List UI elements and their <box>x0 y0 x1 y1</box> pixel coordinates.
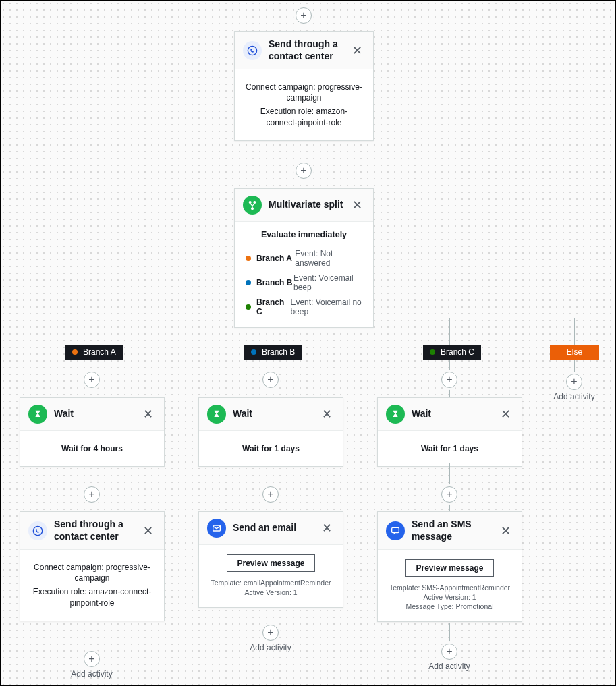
close-icon[interactable]: ✕ <box>498 523 513 538</box>
sms-icon <box>386 521 405 540</box>
node-send-contact-center[interactable]: Send through a contact center ✕ Connect … <box>234 31 374 141</box>
node-title: Wait <box>233 408 319 420</box>
close-icon[interactable]: ✕ <box>498 407 513 422</box>
add-activity-label: Add activity <box>547 392 601 401</box>
add-activity-label: Add activity <box>244 643 298 652</box>
node-title: Send through a contact center <box>54 519 140 542</box>
hourglass-icon <box>28 405 47 424</box>
template-label: Template: SMS-AppointmentReminder <box>389 583 511 592</box>
connector <box>92 631 92 651</box>
connector <box>449 623 450 644</box>
fork-icon <box>243 196 262 215</box>
wait-body: Wait for 1 days <box>210 443 332 454</box>
preview-message-button[interactable]: Preview message <box>405 559 493 577</box>
connector <box>574 360 575 374</box>
dot-icon <box>246 280 251 285</box>
add-activity-button[interactable] <box>84 651 100 667</box>
connector <box>449 318 450 345</box>
node-wait-c[interactable]: Wait ✕ Wait for 1 days <box>377 397 522 467</box>
close-icon[interactable]: ✕ <box>349 43 365 58</box>
dot-icon <box>430 349 435 355</box>
hourglass-icon <box>207 405 226 424</box>
add-activity-button[interactable] <box>84 486 100 503</box>
svg-point-1 <box>249 202 251 204</box>
add-activity-button[interactable] <box>262 486 279 503</box>
branch-pill-b: Branch B <box>244 345 302 360</box>
email-icon <box>207 519 226 538</box>
close-icon[interactable]: ✕ <box>319 521 335 536</box>
add-activity-button[interactable] <box>84 372 100 388</box>
svg-point-4 <box>33 526 42 535</box>
phone-icon <box>243 41 262 60</box>
node-title: Wait <box>412 408 498 420</box>
connector <box>271 604 271 625</box>
connector <box>271 318 271 345</box>
close-icon[interactable]: ✕ <box>140 407 156 422</box>
campaign-label: Connect campaign: progressive-campaign <box>246 82 362 103</box>
version-label: Active Version: 1 <box>389 593 511 601</box>
split-subtitle: Evaluate immediately <box>235 230 373 239</box>
template-label: Template: emailAppointmentReminder <box>210 579 332 587</box>
svg-point-0 <box>248 46 256 55</box>
version-label: Active Version: 1 <box>210 588 332 596</box>
branch-pill-c: Branch C <box>423 345 481 360</box>
node-send-contact-center-2[interactable]: Send through a contact center ✕ Connect … <box>20 511 165 621</box>
branch-pill-else: Else <box>550 345 599 360</box>
connector <box>574 318 575 345</box>
add-activity-button[interactable] <box>441 372 457 388</box>
phone-icon <box>28 521 47 540</box>
connector <box>92 318 574 318</box>
close-icon[interactable]: ✕ <box>319 407 335 422</box>
node-send-email[interactable]: Send an email ✕ Preview message Template… <box>198 511 343 608</box>
preview-message-button[interactable]: Preview message <box>227 554 314 572</box>
add-activity-button[interactable] <box>262 625 279 641</box>
campaign-label: Connect campaign: progressive-campaign <box>31 562 153 583</box>
add-activity-button[interactable] <box>296 163 312 179</box>
add-activity-button[interactable] <box>296 7 312 24</box>
add-activity-button[interactable] <box>262 372 279 388</box>
node-title: Send an SMS message <box>412 519 498 542</box>
add-activity-button[interactable] <box>441 644 457 660</box>
node-wait-b[interactable]: Wait ✕ Wait for 1 days <box>198 397 343 467</box>
node-wait-a[interactable]: Wait ✕ Wait for 4 hours <box>20 397 165 467</box>
svg-rect-6 <box>392 527 399 532</box>
add-activity-label: Add activity <box>422 662 476 671</box>
msgtype-label: Message Type: Promotional <box>389 602 511 610</box>
node-send-sms[interactable]: Send an SMS message ✕ Preview message Te… <box>377 511 522 622</box>
branch-row: Branch A Event: Not answered <box>235 246 373 270</box>
dot-icon <box>246 256 251 261</box>
role-label: Execution role: amazon-connect-pinpoint-… <box>246 106 362 127</box>
add-activity-label: Add activity <box>65 669 119 679</box>
dot-icon <box>251 349 256 355</box>
connector <box>304 297 304 318</box>
add-activity-button[interactable] <box>566 374 582 390</box>
wait-body: Wait for 1 days <box>389 443 511 454</box>
add-activity-button[interactable] <box>441 486 457 503</box>
node-title: Send through a contact center <box>269 38 349 62</box>
svg-point-2 <box>254 202 256 204</box>
dot-icon <box>72 349 78 355</box>
node-title: Send an email <box>233 522 319 534</box>
close-icon[interactable]: ✕ <box>349 198 365 212</box>
node-title: Multivariate split <box>269 199 349 211</box>
hourglass-icon <box>386 405 405 424</box>
connector <box>92 318 92 345</box>
wait-body: Wait for 4 hours <box>31 443 153 454</box>
node-title: Wait <box>54 408 140 420</box>
role-label: Execution role: amazon-connect-pinpoint-… <box>31 586 153 608</box>
branch-pill-a: Branch A <box>65 345 123 360</box>
dot-icon <box>246 304 251 310</box>
branch-row: Branch B Event: Voicemail beep <box>235 270 373 295</box>
close-icon[interactable]: ✕ <box>140 523 156 538</box>
svg-point-3 <box>252 208 254 210</box>
